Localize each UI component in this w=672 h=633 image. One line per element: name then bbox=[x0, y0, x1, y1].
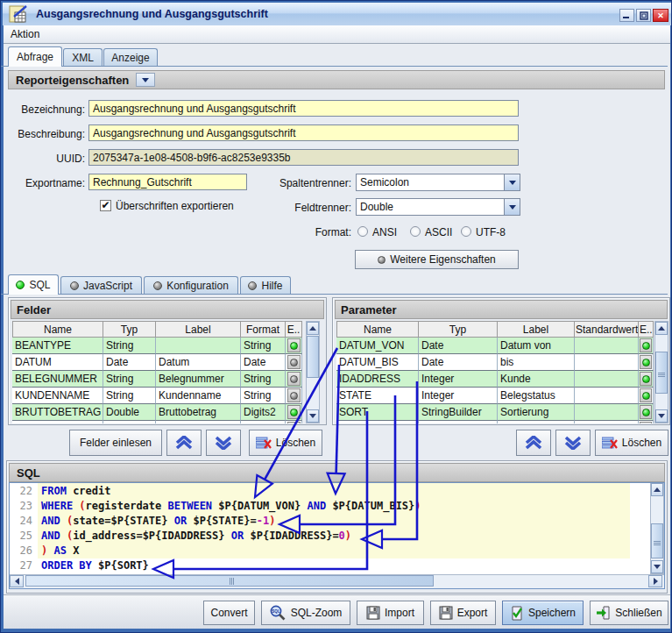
parameter-move-up-button[interactable] bbox=[516, 430, 551, 456]
green-led-icon[interactable] bbox=[640, 355, 652, 369]
table-cell[interactable]: String bbox=[241, 371, 286, 388]
green-led-icon[interactable] bbox=[640, 338, 652, 352]
sql-editor[interactable]: 22FROM credit23WHERE (registerdate BETWE… bbox=[9, 482, 665, 589]
tab-anzeige[interactable]: Anzeige bbox=[103, 48, 158, 67]
table-cell[interactable]: Belegnummer bbox=[156, 371, 241, 388]
beschreibung-field[interactable] bbox=[88, 124, 519, 141]
felder-loeschen-button[interactable]: Löschen bbox=[249, 430, 322, 456]
tab-hilfe[interactable]: Hilfe bbox=[240, 276, 291, 295]
minimize-icon[interactable] bbox=[619, 9, 634, 22]
parameter-loeschen-button[interactable]: Löschen bbox=[595, 430, 668, 456]
exportname-field[interactable] bbox=[88, 174, 247, 190]
table-cell[interactable]: Date bbox=[419, 338, 498, 354]
table-cell[interactable] bbox=[575, 371, 639, 388]
table-cell[interactable] bbox=[575, 354, 639, 371]
gray-led-icon[interactable] bbox=[287, 372, 301, 386]
column-header[interactable]: Standardwert bbox=[575, 321, 639, 338]
table-row[interactable]: BEANTYPEStringString bbox=[12, 338, 302, 354]
maximize-icon[interactable] bbox=[636, 9, 651, 22]
tab-javascript[interactable]: JavaScript bbox=[60, 276, 142, 295]
column-header[interactable]: E.. bbox=[639, 321, 654, 338]
sql-line[interactable]: 24AND (state=$P{STATE} OR $P{STATE}=-1) bbox=[10, 513, 630, 528]
table-row[interactable]: IDADDRESSIntegerKunde bbox=[336, 371, 654, 388]
weitere-eigenschaften-button[interactable]: Weitere Eigenschaften bbox=[355, 250, 519, 269]
table-cell[interactable] bbox=[498, 421, 575, 423]
table-cell[interactable] bbox=[156, 421, 241, 423]
collapse-arrow-icon[interactable] bbox=[136, 73, 155, 87]
felder-move-down-button[interactable] bbox=[206, 430, 241, 456]
table-row[interactable]: DATUM_VONDateDatum von bbox=[336, 338, 654, 354]
sql-vscrollbar[interactable] bbox=[650, 483, 664, 574]
table-row[interactable]: DATUMDateDatumDate bbox=[12, 354, 302, 371]
table-cell[interactable]: Bruttobetrag bbox=[156, 404, 241, 421]
column-header[interactable]: Name bbox=[12, 321, 103, 338]
sql-line[interactable]: 22FROM credit bbox=[10, 483, 630, 498]
table-cell[interactable] bbox=[575, 421, 639, 423]
table-cell[interactable]: Date bbox=[419, 354, 498, 371]
table-cell[interactable]: BRUTTOBETRAG bbox=[12, 404, 103, 421]
scroll-up-icon[interactable] bbox=[307, 322, 319, 335]
parameter-scrollbar[interactable] bbox=[654, 321, 668, 423]
tab-abfrage[interactable]: Abfrage bbox=[8, 46, 62, 67]
table-cell[interactable] bbox=[12, 421, 103, 423]
table-cell[interactable]: Kunde bbox=[498, 371, 575, 388]
scroll-up-icon[interactable] bbox=[651, 483, 663, 496]
green-led-icon[interactable] bbox=[640, 388, 652, 402]
table-cell[interactable]: Date bbox=[241, 354, 286, 371]
column-header[interactable]: Label bbox=[498, 321, 575, 338]
table-cell[interactable]: String bbox=[241, 338, 286, 354]
column-header[interactable]: E.. bbox=[286, 321, 302, 338]
table-cell[interactable]: DATUM_BIS bbox=[336, 354, 419, 371]
sql-line[interactable]: 27ORDER BY $P{SORT} bbox=[10, 558, 630, 573]
parameter-move-down-button[interactable] bbox=[555, 430, 591, 456]
speichern-button[interactable]: Speichern bbox=[502, 601, 584, 625]
ueberschriften-checkbox[interactable]: ✔ bbox=[100, 200, 111, 211]
schliessen-button[interactable]: Schließen bbox=[590, 601, 668, 625]
scroll-down-icon[interactable] bbox=[651, 560, 663, 573]
radio-ascii[interactable] bbox=[410, 226, 421, 237]
green-led-icon[interactable] bbox=[287, 338, 301, 352]
table-cell[interactable] bbox=[336, 421, 419, 423]
table-cell[interactable]: Integer bbox=[419, 371, 498, 388]
table-cell[interactable]: String bbox=[103, 388, 156, 404]
table-cell[interactable]: Sortierung bbox=[498, 404, 575, 421]
table-row[interactable]: DATUM_BISDatebis bbox=[336, 354, 654, 371]
green-led-icon[interactable] bbox=[640, 372, 652, 386]
sql-line[interactable]: 23WHERE (registerdate BETWEEN $P{DATUM_V… bbox=[10, 498, 630, 513]
table-cell[interactable]: STATE bbox=[336, 388, 419, 404]
radio-ansi[interactable] bbox=[357, 226, 368, 237]
convert-button[interactable]: Convert bbox=[203, 601, 255, 625]
table-cell[interactable]: Digits2 bbox=[241, 404, 286, 421]
table-header[interactable]: NameTypLabelStandardwertE.. bbox=[336, 321, 654, 338]
table-cell[interactable]: Datum von bbox=[498, 338, 575, 354]
table-row[interactable]: BELEGNUMMERStringBelegnummerString bbox=[12, 371, 302, 388]
table-cell[interactable]: StringBuilder bbox=[419, 404, 498, 421]
table-cell[interactable]: Belegstatus bbox=[498, 388, 575, 404]
gray-led-icon[interactable] bbox=[287, 355, 301, 369]
table-row[interactable] bbox=[12, 421, 302, 423]
scroll-left-icon[interactable] bbox=[10, 575, 24, 587]
column-header[interactable]: Label bbox=[156, 321, 241, 338]
table-cell[interactable]: KUNDENNAME bbox=[12, 388, 103, 404]
table-cell[interactable] bbox=[241, 421, 286, 423]
table-cell[interactable]: BEANTYPE bbox=[12, 338, 103, 354]
column-header[interactable]: Typ bbox=[419, 321, 498, 338]
table-cell[interactable]: Date bbox=[103, 354, 156, 371]
sql-line[interactable]: 25AND (id_address=$P{IDADDRESS} OR $P{ID… bbox=[10, 528, 630, 543]
green-led-icon[interactable] bbox=[640, 405, 652, 419]
chevron-down-icon[interactable] bbox=[504, 174, 520, 190]
green-led-icon[interactable] bbox=[640, 422, 652, 423]
felder-move-up-button[interactable] bbox=[166, 430, 202, 456]
table-cell[interactable] bbox=[156, 338, 241, 354]
table-cell[interactable]: String bbox=[241, 388, 286, 404]
scroll-right-icon[interactable] bbox=[648, 575, 662, 587]
tab-xml[interactable]: XML bbox=[63, 48, 103, 67]
close-icon[interactable]: ✕ bbox=[653, 9, 668, 22]
table-cell[interactable]: String bbox=[103, 338, 156, 354]
table-cell[interactable]: Double bbox=[103, 404, 156, 421]
table-cell[interactable]: DATUM_VON bbox=[336, 338, 419, 354]
import-button[interactable]: Import bbox=[357, 601, 424, 625]
table-cell[interactable] bbox=[575, 388, 639, 404]
menu-aktion[interactable]: Aktion bbox=[4, 28, 46, 40]
radio-utf8[interactable] bbox=[461, 226, 471, 237]
